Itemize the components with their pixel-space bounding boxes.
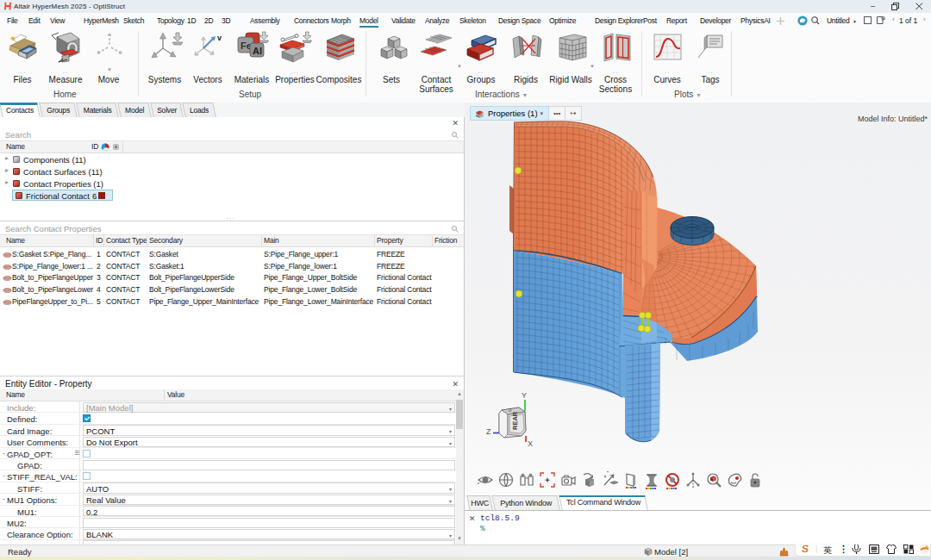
svg-text:X: X: [528, 439, 533, 448]
svg-text:Y: Y: [522, 391, 527, 400]
svg-text:v: v: [217, 34, 222, 42]
svg-text:Z: Z: [486, 427, 491, 436]
svg-text:REAR: REAR: [511, 411, 519, 430]
svg-text:Al: Al: [253, 46, 262, 56]
